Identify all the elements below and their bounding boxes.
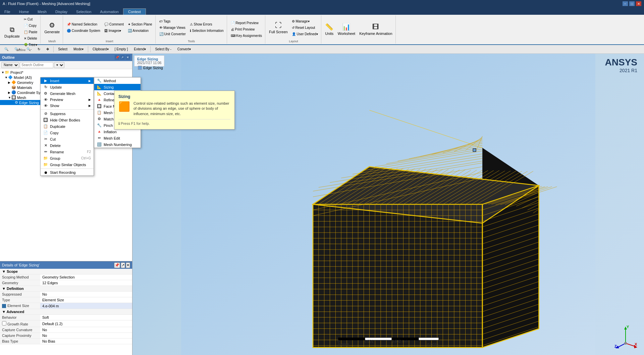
tab-automation[interactable]: Automation: [96, 8, 123, 15]
sub-sizing[interactable]: 📐 Sizing: [94, 84, 141, 90]
sub-method[interactable]: 🔧 Method: [94, 78, 141, 84]
ctx-hide-bodies[interactable]: 🔲 Hide Other Bodies: [41, 117, 94, 123]
close-button[interactable]: ✕: [636, 1, 641, 6]
details-float-button[interactable]: ↗: [121, 262, 125, 268]
outline-pin-button[interactable]: 📌: [115, 55, 119, 60]
ctx-show-icon: 👁: [43, 104, 48, 108]
maximize-button[interactable]: □: [629, 1, 635, 6]
comment-button[interactable]: 💬 Comment: [103, 21, 125, 28]
element-size-value[interactable]: 4.e-004 m: [40, 303, 132, 309]
ctx-delete[interactable]: ✕ Delete: [41, 142, 94, 149]
tags-button[interactable]: 🏷 Tags: [158, 18, 187, 24]
minimize-button[interactable]: −: [623, 1, 628, 6]
ctx-group[interactable]: 📁 Group Ctrl+G: [41, 155, 94, 161]
tab-mesh[interactable]: Mesh: [33, 8, 51, 15]
expand-project[interactable]: ▼: [1, 71, 5, 74]
expand-geometry[interactable]: ▶: [8, 81, 11, 84]
ctx-update-label: Update: [50, 85, 62, 89]
ctx-rename[interactable]: ✏ Rename F2: [41, 149, 94, 155]
ctx-insert[interactable]: ▶ Insert ▶: [41, 78, 94, 84]
ctx-duplicate[interactable]: 📋 Duplicate: [41, 123, 94, 130]
zoom-out-button[interactable]: 🔍-: [24, 46, 34, 53]
sub-mesh-num-label: Mesh Numbering: [104, 143, 132, 147]
report-preview-button[interactable]: 📄 Report Preview: [229, 20, 264, 26]
expand-coordsys[interactable]: ▶: [8, 91, 11, 94]
growth-rate-checkbox[interactable]: [2, 321, 6, 325]
convert-button[interactable]: Convert▾: [175, 46, 193, 53]
print-preview-button[interactable]: 🖨 Print Preview: [229, 26, 264, 32]
materials-icon: 📦: [11, 85, 16, 90]
reset-layout-button[interactable]: ↺ Reset Layout: [290, 24, 320, 31]
generate-button[interactable]: ⚙ Generate: [43, 18, 61, 37]
svg-point-163: [624, 342, 627, 345]
named-selection-button[interactable]: 📌 Named Selection: [65, 21, 102, 28]
tab-file[interactable]: File: [0, 8, 15, 15]
ctx-update[interactable]: ↻ Update: [41, 84, 94, 90]
mode-button[interactable]: Mode▾: [71, 46, 86, 53]
unit-converter-button[interactable]: 🔄 Unit Converter: [158, 31, 187, 37]
delete-button[interactable]: ✕ Delete: [22, 35, 39, 41]
units-button[interactable]: 📏 Units: [323, 19, 335, 39]
cut-button[interactable]: ✂ Cut: [22, 16, 39, 22]
images-button[interactable]: 🖼 Images▾: [103, 28, 125, 34]
separator3: [150, 46, 151, 52]
ribbon-group-mesh: ⚙ Generate Mesh: [41, 15, 63, 44]
section-plane-button[interactable]: ✦ Section Plane: [126, 21, 154, 28]
details-close-button[interactable]: ✕: [126, 262, 130, 268]
ctx-start-recording[interactable]: ⏺ Start Recording: [41, 169, 94, 175]
select-button[interactable]: Select: [56, 46, 70, 53]
ctx-group-icon: 📁: [43, 156, 48, 160]
ctx-copy-label: Copy: [50, 131, 59, 135]
layout-group-label: Layout: [267, 39, 320, 43]
details-header-controls: 📌 ↗ ✕: [114, 262, 130, 268]
manage-views-button[interactable]: 👁 Manage Views: [158, 24, 187, 31]
zoom-fit-button[interactable]: 🔍: [2, 46, 11, 53]
paste-button[interactable]: 📋 Paste: [22, 29, 39, 35]
ctx-cut[interactable]: ✂ Cut: [41, 136, 94, 142]
name-select[interactable]: Name: [1, 62, 19, 68]
layout-col: ⚙ Manage▾ ↺ Reset Layout 👤 User Defined▾: [290, 18, 320, 37]
outline-float-button[interactable]: ↗: [120, 55, 125, 60]
sub-mesh-copy-icon: 📋: [97, 110, 102, 115]
keyframe-button[interactable]: 🎞 Keyframe Animation: [358, 19, 394, 39]
ctx-show[interactable]: 👁 Show ▶: [41, 103, 94, 109]
ctx-dup-label: Duplicate: [50, 124, 65, 129]
sub-mesh-numbering[interactable]: 🔢 Mesh Numbering: [94, 141, 141, 148]
tab-home[interactable]: Home: [15, 8, 33, 15]
ctx-generate-mesh[interactable]: ⚙ Generate Mesh: [41, 90, 94, 97]
coordinate-system-button[interactable]: 🔵 Coordinate System: [65, 28, 102, 34]
pan-button[interactable]: ✥: [44, 46, 51, 53]
annotation-button[interactable]: 🔤 Annotation: [126, 28, 154, 34]
empty-button[interactable]: [ Empty ]: [112, 46, 130, 53]
tab-selection[interactable]: Selection: [72, 8, 96, 15]
duplicate-button[interactable]: ⧉ Duplicate: [3, 22, 21, 42]
fullscreen-button[interactable]: ⛶ Full Screen: [267, 18, 289, 37]
zoom-in-button[interactable]: 🔍+: [12, 46, 23, 53]
copy-button[interactable]: 📄 Copy: [22, 22, 39, 29]
sub-mesh-edit[interactable]: ✏ Mesh Edit: [94, 135, 141, 141]
clipboard-button[interactable]: Clipboard▾: [90, 46, 111, 53]
expand-mesh[interactable]: ▼: [8, 96, 11, 99]
ctx-copy[interactable]: 📄 Copy: [41, 130, 94, 136]
search-input[interactable]: [20, 62, 53, 68]
selection-info-button[interactable]: ℹ Selection Information: [188, 28, 225, 34]
filter-select[interactable]: ▾: [54, 62, 64, 68]
fullscreen-icon: ⛶: [275, 21, 282, 29]
tab-context[interactable]: Context: [123, 8, 146, 15]
extend-button[interactable]: Extend▾: [131, 46, 148, 53]
ctx-group-similar[interactable]: 📁 Group Similar Objects: [41, 161, 94, 168]
key-assignments-button[interactable]: ⌨ Key Assignments: [229, 33, 264, 39]
manage-button[interactable]: ⚙ Manage▾: [290, 18, 320, 24]
tab-display[interactable]: Display: [51, 8, 72, 15]
tree-item-project[interactable]: ▼ 📁 Project*: [0, 70, 132, 75]
worksheet-button[interactable]: 📊 Worksheet: [336, 19, 357, 39]
ctx-preview[interactable]: 👁 Preview ▶: [41, 97, 94, 103]
rotate-button[interactable]: ↻: [35, 46, 43, 53]
expand-model[interactable]: ▼: [5, 76, 8, 79]
ctx-suppress[interactable]: ⊘ Suppress: [41, 110, 94, 117]
outline-close-button[interactable]: ✕: [125, 55, 130, 60]
user-defined-button[interactable]: 👤 User Defined▾: [290, 31, 320, 37]
show-errors-button[interactable]: ⚠ Show Errors: [188, 21, 225, 28]
details-pin-button[interactable]: 📌: [114, 262, 120, 268]
select-by-button[interactable]: Select By -: [153, 46, 173, 53]
